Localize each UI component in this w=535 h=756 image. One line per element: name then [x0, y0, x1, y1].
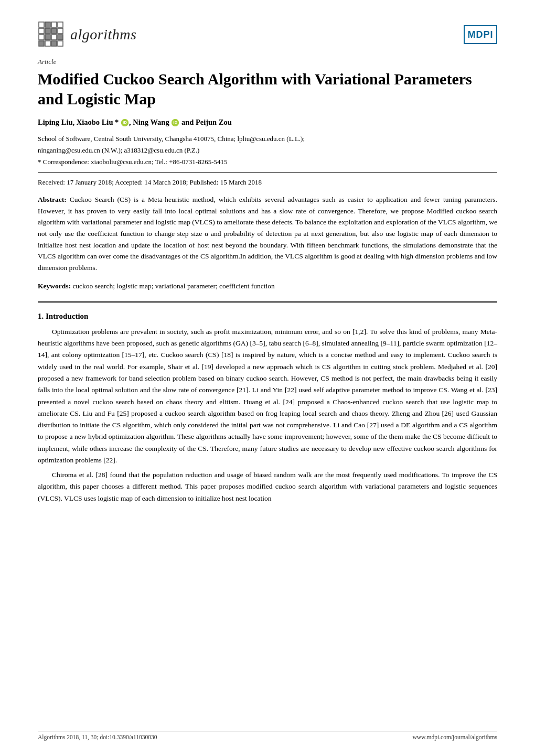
journal-name: algorithms	[70, 26, 136, 43]
affiliation-line-2: ninganing@csu.edu.cn (N.W.); a318312@csu…	[38, 145, 497, 156]
article-type-label: Article	[38, 58, 497, 66]
keywords-content: cuckoo search; logistic map; variational…	[71, 282, 275, 290]
footer-right: www.mdpi.com/journal/algorithms	[412, 734, 497, 740]
keywords-block: Keywords: cuckoo search; logistic map; v…	[38, 280, 497, 292]
svg-rect-14	[51, 41, 57, 46]
svg-rect-13	[45, 41, 50, 46]
svg-rect-6	[51, 28, 57, 34]
page-header: algorithms MDPI	[38, 21, 497, 48]
svg-rect-11	[58, 35, 63, 40]
authors-line: Liping Liu, Xiaobo Liu * iD, Ning Wang i…	[38, 117, 497, 128]
svg-rect-15	[58, 41, 63, 46]
intro-para-1: Optimization problems are prevalent in s…	[38, 326, 497, 466]
footer-left: Algorithms 2018, 11, 30; doi:10.3390/a11…	[38, 734, 157, 740]
abstract-label: Abstract:	[38, 196, 67, 203]
article-title: Modified Cuckoo Search Algorithm with Va…	[38, 69, 497, 109]
svg-rect-7	[58, 28, 63, 34]
section-divider	[38, 301, 497, 303]
journal-logo: algorithms	[38, 21, 136, 48]
svg-rect-1	[45, 22, 50, 27]
section-1-body: Optimization problems are prevalent in s…	[38, 326, 497, 504]
svg-rect-5	[45, 28, 50, 34]
svg-rect-3	[58, 22, 63, 27]
affiliation-rule	[38, 172, 497, 173]
orcid-icon-xiaobo: iD	[121, 119, 129, 126]
svg-rect-10	[51, 35, 57, 40]
page-footer: Algorithms 2018, 11, 30; doi:10.3390/a11…	[38, 731, 497, 740]
svg-rect-12	[39, 41, 44, 46]
intro-para-2: Chiroma et al. [28] found that the popul…	[38, 469, 497, 504]
algorithms-logo-icon	[38, 21, 65, 48]
svg-rect-2	[51, 22, 57, 27]
svg-rect-9	[45, 35, 50, 40]
abstract-content: Cuckoo Search (CS) is a Meta-heuristic m…	[38, 196, 497, 272]
received-line: Received: 17 January 2018; Accepted: 14 …	[38, 178, 497, 187]
svg-rect-4	[39, 28, 44, 34]
section-1-heading: 1. Introduction	[38, 312, 497, 321]
affiliation-line-3: * Correspondence: xiaoboliu@csu.edu.cn; …	[38, 157, 497, 167]
orcid-icon-ning: iD	[172, 119, 179, 126]
mdpi-logo: MDPI	[464, 25, 497, 44]
keywords-label: Keywords:	[38, 282, 71, 290]
abstract-text: Abstract: Cuckoo Search (CS) is a Meta-h…	[38, 194, 497, 273]
svg-rect-8	[39, 35, 44, 40]
affiliation-line-1: School of Software, Central South Univer…	[38, 134, 497, 144]
svg-rect-0	[39, 22, 44, 27]
affiliations-block: School of Software, Central South Univer…	[38, 134, 497, 167]
abstract-block: Abstract: Cuckoo Search (CS) is a Meta-h…	[38, 194, 497, 273]
